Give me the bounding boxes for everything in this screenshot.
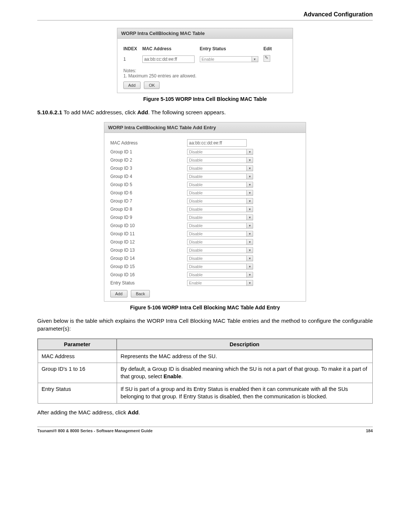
notes-line: 1. Maximum 250 entries are allowed. xyxy=(123,73,287,79)
cell-index: 1 xyxy=(123,54,142,64)
form-select[interactable]: Disable▾ xyxy=(187,247,253,253)
form-select[interactable]: Disable▾ xyxy=(187,173,253,179)
form-label: Group ID 12 xyxy=(110,238,187,246)
form-select[interactable]: Disable▾ xyxy=(187,198,253,204)
chevron-down-icon: ▾ xyxy=(246,206,253,212)
form-label: Group ID 1 xyxy=(110,148,187,156)
form-label: Group ID 16 xyxy=(110,271,187,279)
col-mac: MAC Address xyxy=(142,44,200,54)
form-label: Group ID 15 xyxy=(110,262,187,271)
form-select[interactable]: Disable▾ xyxy=(187,182,253,188)
form-select[interactable]: Disable▾ xyxy=(187,214,253,220)
th-parameter: Parameter xyxy=(38,339,117,350)
param-desc: If SU is part of a group and its Entry S… xyxy=(117,383,372,403)
chevron-down-icon: ▾ xyxy=(246,149,253,155)
form-label: Group ID 4 xyxy=(110,172,187,181)
form-select[interactable]: Enable▾ xyxy=(187,280,253,286)
chevron-down-icon: ▾ xyxy=(246,239,253,245)
header-rule xyxy=(37,20,373,20)
add-entry-panel: WORP Intra CellBlocking MAC Table Add En… xyxy=(104,122,306,302)
form-select[interactable]: Disable▾ xyxy=(187,223,253,229)
form-label: Group ID 9 xyxy=(110,213,187,222)
mac-input[interactable] xyxy=(142,55,195,63)
form-label: Group ID 13 xyxy=(110,246,187,254)
form-label: Group ID 8 xyxy=(110,205,187,213)
form-label: Group ID 14 xyxy=(110,254,187,262)
chevron-down-icon: ▾ xyxy=(246,255,253,261)
chevron-down-icon: ▾ xyxy=(246,272,253,278)
chevron-down-icon: ▾ xyxy=(246,280,253,286)
form-select[interactable]: Disable▾ xyxy=(187,190,253,196)
form-label: Group ID 11 xyxy=(110,230,187,238)
chevron-down-icon: ▾ xyxy=(246,223,253,229)
form-label: Group ID 7 xyxy=(110,197,187,205)
col-index: INDEX xyxy=(123,44,142,54)
form-select[interactable]: Disable▾ xyxy=(187,239,253,245)
mac-address-input[interactable] xyxy=(187,139,247,147)
chevron-down-icon: ▾ xyxy=(246,165,253,171)
chevron-down-icon: ▾ xyxy=(246,190,253,196)
mac-table: INDEX MAC Address Entry Status Edit 1 En… xyxy=(123,44,277,64)
status-select[interactable]: Enable ▾ xyxy=(200,56,258,62)
param-name: Entry Status xyxy=(38,383,117,403)
form-select[interactable]: Disable▾ xyxy=(187,157,253,163)
footer-left: Tsunami® 800 & 8000 Series - Software Ma… xyxy=(37,429,152,433)
footer-page-number: 184 xyxy=(366,429,373,433)
form-select[interactable]: Disable▾ xyxy=(187,231,253,237)
paragraph-1: 5.10.6.2.1 To add MAC addresses, click A… xyxy=(37,109,373,116)
figure-caption-1: Figure 5-105 WORP Intra Cell Blocking MA… xyxy=(37,96,373,102)
param-desc: By default, a Group ID is disabled meani… xyxy=(117,363,372,383)
page-footer: Tsunami® 800 & 8000 Series - Software Ma… xyxy=(37,427,373,433)
chevron-down-icon: ▾ xyxy=(246,247,253,253)
th-description: Description xyxy=(117,339,372,350)
form-select[interactable]: Disable▾ xyxy=(187,149,253,155)
figure-caption-2: Figure 5-106 WORP Intra Cell Blocking MA… xyxy=(37,305,373,310)
form-select[interactable]: Disable▾ xyxy=(187,272,253,278)
form-select[interactable]: Disable▾ xyxy=(187,264,253,270)
ok-button[interactable]: OK xyxy=(144,82,160,89)
param-desc: Represents the MAC address of the SU. xyxy=(117,350,372,363)
chevron-down-icon: ▾ xyxy=(246,173,253,179)
form-label: Group ID 3 xyxy=(110,164,187,172)
chevron-down-icon: ▾ xyxy=(246,182,253,188)
col-status: Entry Status xyxy=(200,44,264,54)
param-name: MAC Address xyxy=(38,350,117,363)
panel-title: WORP Intra CellBlocking MAC Table Add En… xyxy=(104,122,306,133)
param-name: Group ID's 1 to 16 xyxy=(38,363,117,383)
panel-title: WORP Intra CellBlocking MAC Table xyxy=(117,28,293,39)
section-header: Advanced Configuration xyxy=(37,11,373,20)
form-label: Group ID 6 xyxy=(110,189,187,197)
chevron-down-icon: ▾ xyxy=(246,157,253,163)
form-select[interactable]: Disable▾ xyxy=(187,255,253,261)
form-label: Entry Status xyxy=(110,279,187,287)
form-label: MAC Address xyxy=(110,138,187,148)
col-edit: Edit xyxy=(264,44,277,54)
notes-label: Notes: xyxy=(123,68,287,73)
chevron-down-icon: ▾ xyxy=(246,264,253,270)
form-label: Group ID 2 xyxy=(110,156,187,164)
form-label: Group ID 10 xyxy=(110,222,187,230)
add-button[interactable]: Add xyxy=(110,290,127,297)
parameter-table: Parameter Description MAC AddressReprese… xyxy=(37,338,373,404)
paragraph-3: After adding the MAC address, click Add. xyxy=(37,409,373,416)
form-select[interactable]: Disable▾ xyxy=(187,206,253,212)
form-label: Group ID 5 xyxy=(110,181,187,189)
back-button[interactable]: Back xyxy=(131,290,149,297)
edit-icon[interactable] xyxy=(264,55,270,62)
paragraph-2: Given below is the table which explains … xyxy=(37,317,373,332)
chevron-down-icon: ▾ xyxy=(246,231,253,237)
mac-table-panel: WORP Intra CellBlocking MAC Table INDEX … xyxy=(117,28,293,93)
chevron-down-icon: ▾ xyxy=(246,214,253,220)
chevron-down-icon: ▾ xyxy=(252,56,258,62)
chevron-down-icon: ▾ xyxy=(246,198,253,204)
add-entry-form: MAC AddressGroup ID 1Disable▾Group ID 2D… xyxy=(110,138,300,287)
form-select[interactable]: Disable▾ xyxy=(187,165,253,171)
add-button[interactable]: Add xyxy=(123,82,141,89)
